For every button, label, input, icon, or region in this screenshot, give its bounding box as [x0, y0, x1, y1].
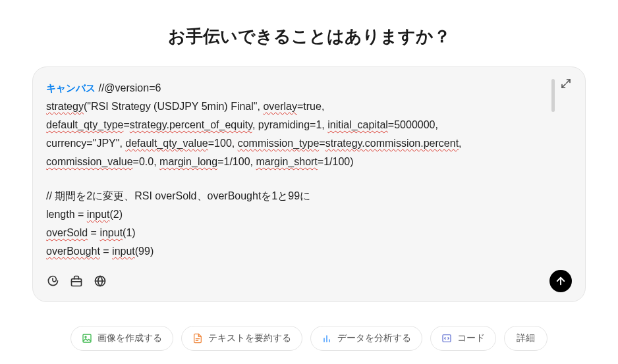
attach-icon[interactable] [46, 274, 59, 288]
chip-label: 画像を作成する [98, 332, 162, 344]
code-icon [441, 333, 452, 344]
chip-create-image[interactable]: 画像を作成する [70, 326, 173, 351]
svg-rect-2 [83, 334, 91, 342]
expand-icon[interactable] [560, 78, 572, 90]
document-icon [192, 333, 203, 344]
chip-summarize[interactable]: テキストを要約する [181, 326, 302, 351]
svg-rect-0 [72, 279, 82, 286]
scrollbar[interactable] [551, 79, 555, 112]
chip-label: データを分析する [337, 332, 411, 344]
chip-more[interactable]: 詳細 [504, 326, 548, 351]
chat-input-container[interactable]: キャンバス //@version=6 strategy("RSI Strateg… [32, 66, 586, 302]
svg-point-3 [85, 336, 86, 338]
chip-code[interactable]: コード [430, 326, 496, 351]
image-icon [82, 333, 92, 344]
chip-label: コード [457, 332, 485, 344]
chip-label: テキストを要約する [208, 332, 291, 344]
chip-label: 詳細 [517, 332, 535, 344]
chip-analyze[interactable]: データを分析する [310, 326, 422, 351]
code-input-content[interactable]: キャンバス //@version=6 strategy("RSI Strateg… [46, 79, 572, 261]
suggestion-chips: 画像を作成する テキストを要約する データを分析する コード 詳細 [0, 326, 618, 351]
page-title: お手伝いできることはありますか？ [0, 0, 618, 66]
canvas-label: キャンバス [46, 82, 96, 93]
send-button[interactable] [549, 270, 572, 292]
chart-icon [322, 333, 332, 344]
svg-rect-4 [443, 335, 451, 342]
web-icon[interactable] [94, 274, 107, 288]
tools-icon[interactable] [70, 274, 83, 288]
input-toolbar [46, 270, 572, 292]
